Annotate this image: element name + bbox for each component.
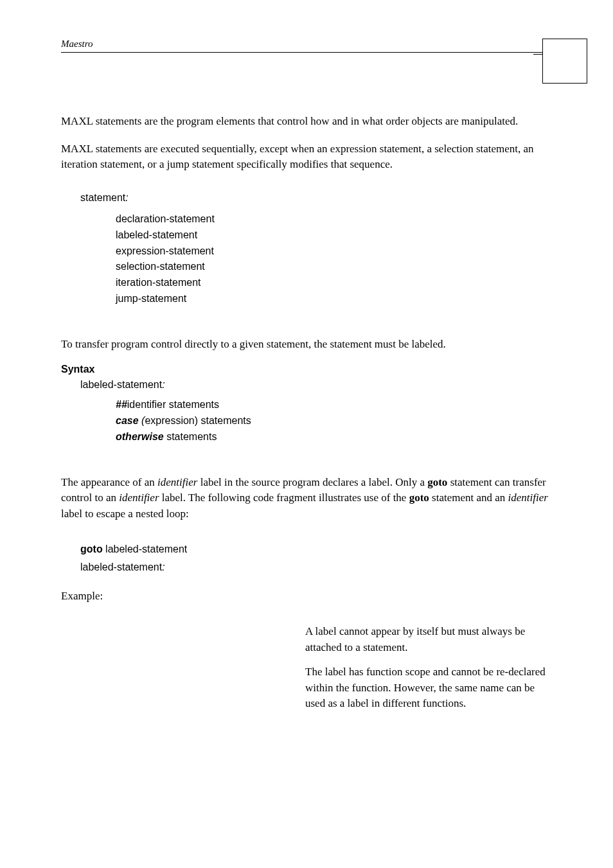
grammar-item: declaration-statement xyxy=(116,211,552,227)
corner-box xyxy=(542,39,587,84)
grammar-item: jump-statement xyxy=(116,291,552,307)
header-rule xyxy=(61,52,552,53)
grammar-statement-list: declaration-statement labeled-statement … xyxy=(116,211,552,307)
labeled-intro: To transfer program control directly to … xyxy=(61,337,552,353)
txt: statement and an xyxy=(429,492,508,504)
hash-keyword: ## xyxy=(116,399,127,410)
grammar-labeled-line-2: case (expression) statements xyxy=(116,413,552,429)
appearance-paragraph: The appearance of an identifier label in… xyxy=(61,475,552,522)
grammar-item: selection-statement xyxy=(116,259,552,275)
grammar-item: expression-statement xyxy=(116,244,552,260)
grammar-item: labeled-statement xyxy=(116,227,552,244)
header-title: Maestro xyxy=(61,39,552,49)
right-column: A label cannot appear by itself but must… xyxy=(305,624,549,712)
goto-head-colon: : xyxy=(162,562,164,572)
right-col-p1: A label cannot appear by itself but must… xyxy=(305,624,549,655)
goto-line: goto labeled-statement xyxy=(80,540,552,559)
grammar-item: iteration-statement xyxy=(116,275,552,291)
grammar-labeled-line-1: ##identifier statements xyxy=(116,397,552,413)
line1-rest: identifier statements xyxy=(127,399,219,410)
grammar-head-word: labeled-statement xyxy=(80,379,162,390)
txt: label in the source program declares a l… xyxy=(197,476,427,488)
example-label: Example: xyxy=(61,589,552,605)
right-col-p2: The label has function scope and cannot … xyxy=(305,664,549,712)
content: MAXL statements are the program elements… xyxy=(61,114,552,712)
page: Maestro MAXL statements are the program … xyxy=(0,0,613,759)
grammar-head-colon: : xyxy=(125,192,128,203)
grammar-labeled-head: labeled-statement: xyxy=(80,379,552,391)
goto-word: goto xyxy=(427,476,447,488)
goto-labeled-head: labeled-statement: xyxy=(80,558,552,577)
intro-paragraph-1: MAXL statements are the program elements… xyxy=(61,114,552,130)
goto-head-word: labeled-statement xyxy=(80,562,162,572)
txt: label. The following code fragment illus… xyxy=(159,492,409,504)
corner-tick xyxy=(533,54,542,55)
page-header: Maestro xyxy=(61,39,552,53)
syntax-heading: Syntax xyxy=(61,364,552,375)
grammar-head-colon: : xyxy=(162,379,164,390)
txt: label to escape a nested loop: xyxy=(61,508,189,520)
line2-rest: expression) statements xyxy=(145,415,251,426)
otherwise-keyword: otherwise xyxy=(116,431,164,442)
grammar-statement-head: statement: xyxy=(80,192,552,204)
grammar-labeled-line-3: otherwise statements xyxy=(116,429,552,445)
goto-keyword: goto xyxy=(80,544,103,554)
goto-word: goto xyxy=(409,492,429,504)
goto-block: goto labeled-statement labeled-statement… xyxy=(80,540,552,578)
txt: The appearance of an xyxy=(61,476,157,488)
identifier-word: identifier xyxy=(508,492,548,504)
grammar-head-word: statement xyxy=(80,192,125,203)
intro-paragraph-2: MAXL statements are executed sequentiall… xyxy=(61,141,552,173)
line3-rest: statements xyxy=(164,431,217,442)
identifier-word: identifier xyxy=(157,476,197,488)
case-keyword: case xyxy=(116,415,141,426)
goto-rest: labeled-statement xyxy=(103,544,188,554)
identifier-word: identifier xyxy=(119,492,159,504)
